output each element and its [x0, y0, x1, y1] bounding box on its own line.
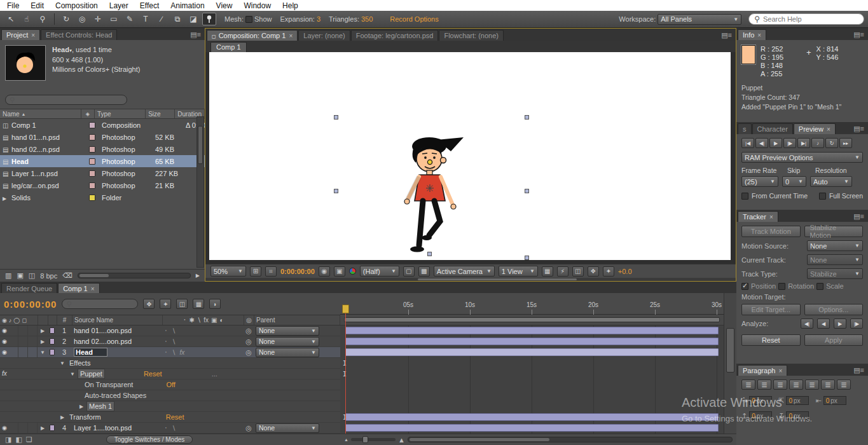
layer-name[interactable]: hand 02....oon.psd — [72, 336, 162, 346]
expand-render-time-icon[interactable]: ◧ — [15, 435, 22, 444]
layer-row-2[interactable]: ◉ ▶ 2 hand 02....oon.psd ᛫∖ ◎ None▼ — [0, 336, 340, 347]
scroll-right-icon[interactable]: ▶ — [196, 273, 200, 278]
mesh-handle-top-left[interactable] — [334, 115, 338, 120]
puppet-effect-label[interactable]: Puppet — [78, 369, 105, 379]
shape-tool-icon[interactable]: ▭ — [107, 13, 121, 25]
camera-tool-icon[interactable]: ◎ — [75, 13, 89, 25]
mesh-show-checkbox[interactable] — [245, 16, 252, 23]
lock-icon[interactable]: ◻ — [212, 34, 216, 39]
menu-edit[interactable]: Edit — [25, 1, 50, 11]
flowchart-button-icon[interactable]: ❖ — [588, 266, 599, 277]
project-row-head[interactable]: ▤Head Photoshop 65 KB — [0, 155, 205, 167]
viewer-horizontal-scrollbar[interactable] — [205, 278, 736, 281]
viewer-timecode[interactable]: 0:00:00:00 — [280, 268, 315, 275]
comp1-minitab[interactable]: Comp 1 — [210, 42, 247, 52]
effects-group-row[interactable]: ▼ Effects — [0, 358, 340, 369]
tab-character[interactable]: Character — [752, 123, 793, 134]
layer-switches[interactable]: ᛫∖fx — [162, 347, 244, 357]
project-vertical-scrollbar[interactable] — [196, 116, 204, 268]
close-icon[interactable]: × — [827, 126, 830, 133]
time-ruler[interactable]: 05s 10s 15s 20s 25s 30s — [340, 293, 724, 315]
cartoon-character[interactable] — [397, 136, 469, 258]
collapse-arrow-icon[interactable]: ▼ — [67, 369, 78, 379]
label-color-chip[interactable] — [50, 349, 55, 355]
mesh-handle-bottom-center[interactable] — [427, 252, 432, 256]
menu-effect[interactable]: Effect — [134, 1, 165, 11]
zoom-slider-thumb[interactable] — [362, 436, 368, 443]
expand-arrow-icon[interactable]: ▶ — [57, 412, 67, 422]
last-frame-button[interactable]: ▶| — [797, 138, 810, 148]
tab-partial[interactable]: s — [738, 123, 752, 134]
project-row-hand01[interactable]: ▤hand 01...n.psd Photoshop 52 KB — [0, 131, 205, 143]
project-row-hand02[interactable]: ▤hand 02...n.psd Photoshop 49 KB — [0, 143, 205, 155]
column-name[interactable]: Name ▲ — [0, 109, 81, 118]
column-label-color[interactable]: ◈ — [81, 109, 95, 118]
position-checkbox[interactable] — [741, 283, 748, 290]
new-composition-icon[interactable]: ◫ — [29, 271, 35, 280]
on-transparent-row[interactable]: On Transparent Off — [0, 380, 340, 390]
menu-help[interactable]: Help — [277, 1, 304, 11]
scrollbar-thumb[interactable] — [198, 126, 203, 164]
panel-menu-icon[interactable]: ▤≡ — [853, 125, 868, 134]
mesh-handle-bottom-right[interactable] — [525, 256, 529, 260]
column-size[interactable]: Size — [146, 109, 175, 118]
scrollbar-thumb[interactable] — [726, 328, 734, 373]
analyze-backward-button[interactable]: ◀ — [817, 318, 830, 329]
analyze-forward-button[interactable]: ▶ — [834, 318, 846, 329]
folder-icon[interactable]: ▶ — [3, 196, 11, 202]
time-zoom-slider[interactable] — [351, 438, 396, 441]
puppet-effect-row[interactable]: fx ▼ Puppet Reset ... — [0, 369, 340, 380]
first-line-indent-field[interactable]: 0px — [786, 396, 809, 405]
next-frame-button[interactable]: |▶ — [783, 138, 796, 148]
frame-blending-icon[interactable]: ▦ — [193, 299, 204, 309]
tab-footage[interactable]: Footage: leg/cartoon.psd — [351, 30, 439, 41]
source-name-header[interactable]: Source Name — [72, 315, 163, 325]
work-area-bar[interactable] — [344, 317, 720, 322]
audio-mute-button[interactable]: ♪ — [811, 138, 824, 148]
expand-arrow-icon[interactable]: ▶ — [38, 336, 48, 346]
layer-name[interactable]: hand 01....oon.psd — [72, 325, 162, 336]
indent-right-field[interactable]: 0px — [823, 396, 846, 405]
layer-row-4[interactable]: ◉ ▶ 4 Layer 1....toon.psd ᛫∖ ◎ None▼ — [0, 423, 340, 434]
snapshot-icon[interactable]: ◉ — [319, 266, 330, 277]
hide-shy-layers-icon[interactable]: ◫ — [176, 299, 188, 309]
tab-composition[interactable]: ◻Composition: Comp 1× — [207, 30, 298, 41]
layer-name[interactable]: Layer 1....toon.psd — [72, 423, 162, 433]
tab-flowchart[interactable]: Flowchart: (none) — [439, 30, 504, 41]
mesh-handle-top-right[interactable] — [525, 115, 529, 120]
menu-layer[interactable]: Layer — [104, 1, 134, 11]
timeline-search-box[interactable]: ⚲ — [62, 299, 138, 309]
ram-preview-button[interactable]: ▸▸ — [839, 138, 852, 148]
close-icon[interactable]: × — [757, 32, 761, 39]
project-horizontal-scrollbar[interactable] — [78, 273, 191, 278]
pickwhip-icon[interactable]: ◎ — [244, 325, 254, 336]
puppet-pin-tool-icon[interactable] — [202, 13, 216, 25]
loop-button[interactable]: ↻ — [825, 138, 838, 148]
label-color-chip[interactable] — [89, 195, 95, 201]
timeline-vertical-scrollbar[interactable] — [724, 293, 736, 434]
label-color-chip[interactable] — [50, 338, 55, 345]
layer-switches[interactable]: ᛫∖ — [162, 336, 244, 346]
visibility-eye-icon[interactable]: ◉ — [0, 325, 9, 336]
help-search-box[interactable]: ⚲ — [748, 13, 864, 25]
expand-arrow-icon[interactable]: ▶ — [38, 423, 48, 433]
parent-dropdown[interactable]: None▼ — [256, 348, 319, 357]
puppet-more-link[interactable]: ... — [210, 369, 219, 379]
resolution-dropdown[interactable]: Auto▼ — [810, 176, 852, 187]
selection-tool-icon[interactable]: ↖ — [4, 13, 18, 25]
tab-comp1-timeline[interactable]: Comp 1× — [58, 283, 99, 294]
visibility-eye-icon[interactable]: ◉ — [0, 347, 9, 357]
grid-guides-icon[interactable]: ⊞ — [250, 266, 261, 277]
layer-switches[interactable]: ᛫∖ — [162, 325, 244, 336]
tab-preview[interactable]: Preview× — [794, 123, 836, 134]
expand-in-out-icon[interactable]: ◨ — [5, 435, 11, 444]
justify-last-center-icon[interactable]: ☰ — [805, 380, 819, 390]
frame-rate-dropdown[interactable]: (25)▼ — [741, 176, 778, 187]
layer-bar-3-head[interactable] — [345, 348, 719, 356]
transform-bar[interactable] — [345, 413, 719, 421]
space-after-field[interactable]: 0px — [786, 411, 809, 420]
magnification-dropdown[interactable]: 50%▼ — [210, 266, 246, 277]
mesh1-row[interactable]: ▶ Mesh 1 — [0, 401, 340, 412]
label-color-chip[interactable] — [89, 134, 95, 140]
rotation-tool-icon[interactable]: ↻ — [59, 13, 73, 25]
